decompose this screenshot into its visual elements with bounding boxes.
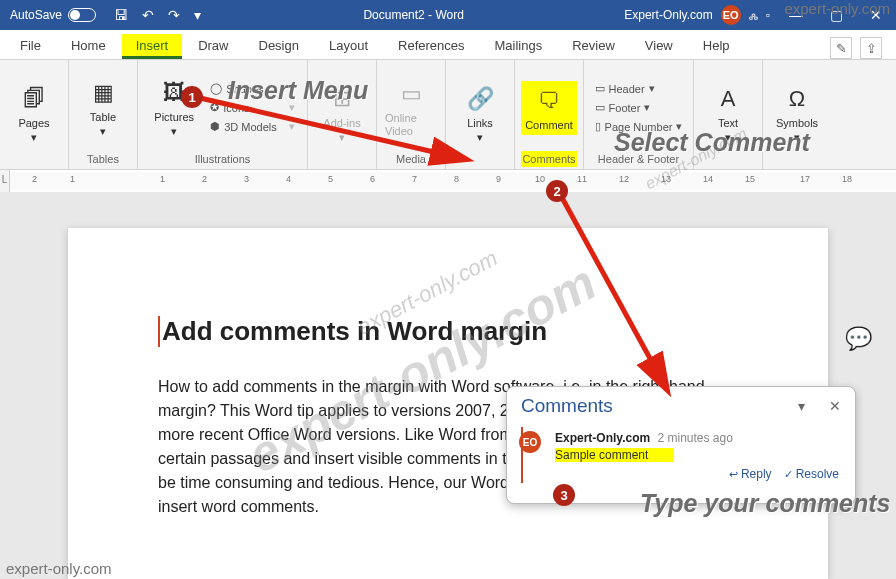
footer-button[interactable]: ▭Footer ▾ [591, 99, 687, 116]
maximize-button[interactable]: ▢ [816, 0, 856, 30]
horizontal-ruler[interactable]: 21 123 456 789 101112 131415 1718 [10, 172, 896, 190]
group-tables-label: Tables [87, 151, 119, 167]
pages-button[interactable]: 🗐 Pages▾ [6, 79, 62, 148]
group-comments: 🗨 Comment Comments [515, 60, 584, 169]
comments-pane: Comments ▾ ✕ EO Expert-Only.com 2 minute… [506, 386, 856, 504]
comment-avatar: EO [519, 431, 541, 453]
redo-icon[interactable]: ↷ [168, 7, 180, 23]
symbols-icon: Ω [781, 83, 813, 115]
account-area[interactable]: Expert-Only.com EO ஃ ▫ [618, 5, 776, 25]
window-controls: — ▢ ✕ [776, 0, 896, 30]
tab-view[interactable]: View [631, 34, 687, 59]
quick-access-toolbar: 🖫 ↶ ↷ ▾ [106, 7, 209, 23]
symbols-button[interactable]: Ω Symbols▾ [769, 79, 825, 148]
header-icon: ▭ [595, 82, 605, 95]
title-bar: AutoSave 🖫 ↶ ↷ ▾ Document2 - Word Expert… [0, 0, 896, 30]
smartart-button[interactable]: ▾ [285, 80, 299, 97]
close-button[interactable]: ✕ [856, 0, 896, 30]
tab-draw[interactable]: Draw [184, 34, 242, 59]
comment-resolve-button[interactable]: Resolve [784, 467, 839, 481]
links-button[interactable]: 🔗 Links▾ [452, 79, 508, 148]
comment-margin-icon[interactable]: 💬 [845, 326, 872, 352]
footer-icon: ▭ [595, 101, 605, 114]
autosave-toggle-icon[interactable] [68, 8, 96, 22]
group-illustrations: 🖼 Pictures▾ ◯Shapes ✪Icons ⬢3D Models ▾ … [138, 60, 308, 169]
models3d-icon: ⬢ [210, 120, 220, 133]
comment-reply-button[interactable]: Reply [729, 467, 772, 481]
ruler-row: L 21 123 456 789 101112 131415 1718 [0, 170, 896, 192]
comment-button[interactable]: 🗨 Comment [521, 81, 577, 135]
group-media: ▭ Online Video Media [377, 60, 446, 169]
group-addins: ⊞ Add-ins▾ [308, 60, 377, 169]
pages-label: Pages [18, 117, 49, 129]
comment-time: 2 minutes ago [657, 431, 732, 445]
pagenumber-button[interactable]: ▯Page Number ▾ [591, 118, 687, 135]
screenshot-button[interactable]: ▾ [285, 118, 299, 135]
share-button-icon[interactable]: ⇪ [860, 37, 882, 59]
ribbon-mode-icon[interactable]: ▫ [766, 8, 770, 22]
textbox-icon: A [712, 83, 744, 115]
group-pages: 🗐 Pages▾ [0, 60, 69, 169]
comment-card[interactable]: EO Expert-Only.com 2 minutes ago Sample … [521, 427, 841, 483]
links-icon: 🔗 [464, 83, 496, 115]
models3d-button[interactable]: ⬢3D Models [206, 118, 281, 135]
account-name: Expert-Only.com [624, 8, 712, 22]
autosave-label: AutoSave [10, 8, 62, 22]
ribbon: 🗐 Pages▾ ▦ Table▾ Tables 🖼 Pictures▾ ◯Sh… [0, 60, 896, 170]
text-button[interactable]: A Text▾ [700, 79, 756, 148]
group-illustrations-label: Illustrations [195, 151, 251, 167]
tab-help[interactable]: Help [689, 34, 744, 59]
comments-pane-close-icon[interactable]: ✕ [829, 398, 841, 414]
tab-file[interactable]: File [6, 34, 55, 59]
icons-icon: ✪ [210, 101, 219, 114]
pictures-button[interactable]: 🖼 Pictures▾ [146, 73, 202, 142]
table-icon: ▦ [87, 77, 119, 109]
comments-pane-dropdown-icon[interactable]: ▾ [798, 398, 805, 414]
table-button[interactable]: ▦ Table▾ [75, 73, 131, 142]
online-video-button[interactable]: ▭ Online Video [383, 74, 439, 140]
pages-icon: 🗐 [18, 83, 50, 115]
tab-mailings[interactable]: Mailings [481, 34, 557, 59]
pictures-icon: 🖼 [158, 77, 190, 109]
header-button[interactable]: ▭Header ▾ [591, 80, 687, 97]
video-icon: ▭ [395, 78, 427, 110]
comment-text[interactable]: Sample comment [555, 448, 674, 462]
coming-soon-icon[interactable]: ஃ [749, 6, 758, 24]
document-title: Document2 - Word [209, 8, 618, 22]
pagenumber-icon: ▯ [595, 120, 601, 133]
document-heading[interactable]: Add comments in Word margin [158, 316, 748, 347]
addins-button[interactable]: ⊞ Add-ins▾ [314, 79, 370, 148]
group-tables: ▦ Table▾ Tables [69, 60, 138, 169]
tab-review[interactable]: Review [558, 34, 629, 59]
tab-design[interactable]: Design [245, 34, 313, 59]
tab-insert[interactable]: Insert [122, 34, 183, 59]
minimize-button[interactable]: — [776, 0, 816, 30]
shapes-icon: ◯ [210, 82, 222, 95]
table-label: Table [90, 111, 116, 123]
comment-author: Expert-Only.com [555, 431, 650, 445]
group-links: 🔗 Links▾ [446, 60, 515, 169]
tab-layout[interactable]: Layout [315, 34, 382, 59]
chart-button[interactable]: ▾ [285, 99, 299, 116]
group-comments-label: Comments [521, 151, 577, 167]
tab-references[interactable]: References [384, 34, 478, 59]
addins-icon: ⊞ [326, 83, 358, 115]
comments-button-icon[interactable]: ✎ [830, 37, 852, 59]
ruler-corner[interactable]: L [0, 170, 10, 192]
icons-button[interactable]: ✪Icons [206, 99, 281, 116]
ribbon-tabs: File Home Insert Draw Design Layout Refe… [0, 30, 896, 60]
group-text: A Text▾ [694, 60, 763, 169]
shapes-button[interactable]: ◯Shapes [206, 80, 281, 97]
group-headerfooter-label: Header & Footer [598, 151, 679, 167]
tab-home[interactable]: Home [57, 34, 120, 59]
comment-icon: 🗨 [533, 85, 565, 117]
save-icon[interactable]: 🖫 [114, 7, 128, 23]
qat-dropdown-icon[interactable]: ▾ [194, 7, 201, 23]
group-symbols: Ω Symbols▾ [763, 60, 831, 169]
group-headerfooter: ▭Header ▾ ▭Footer ▾ ▯Page Number ▾ Heade… [584, 60, 694, 169]
undo-icon[interactable]: ↶ [142, 7, 154, 23]
pictures-label: Pictures [154, 111, 194, 123]
account-avatar: EO [721, 5, 741, 25]
group-media-label: Media [396, 151, 426, 167]
autosave[interactable]: AutoSave [0, 8, 106, 22]
